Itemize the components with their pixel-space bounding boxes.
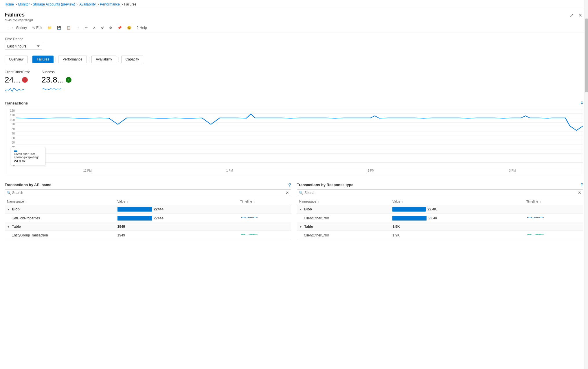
response-table-section: Transactions by Response type ⚲ 🔍 ✕ Name… bbox=[297, 182, 583, 240]
response-table-pin[interactable]: ⚲ bbox=[580, 182, 583, 187]
y-label-80: 80 bbox=[5, 127, 16, 131]
api-col-timeline[interactable]: Timeline ↕ bbox=[238, 198, 291, 205]
api-row-entity-timeline bbox=[238, 231, 291, 240]
refresh-button[interactable]: ↺ bbox=[99, 25, 106, 31]
breadcrumb-performance[interactable]: Performance bbox=[100, 2, 120, 6]
expand-icon-2[interactable]: ▼ bbox=[7, 225, 10, 228]
table-row: EntityGroupTransaction 1949 bbox=[5, 231, 291, 240]
y-label-110: 110 bbox=[5, 114, 16, 117]
response-table-title: Transactions by Response type bbox=[297, 183, 353, 187]
resp-row-client-ns: ClientOtherError bbox=[297, 214, 390, 223]
emoji-icon: 😊 bbox=[127, 26, 131, 30]
settings-button[interactable]: ⚙ bbox=[107, 25, 115, 31]
resp-row-client-value: 22.4K bbox=[390, 214, 524, 223]
tooltip-value: 24.37k bbox=[14, 159, 42, 163]
emoji-button[interactable]: 😊 bbox=[125, 25, 134, 31]
resp-row-table-timeline bbox=[524, 223, 583, 231]
response-search-clear[interactable]: ✕ bbox=[578, 190, 581, 195]
api-search-clear[interactable]: ✕ bbox=[286, 190, 289, 195]
tab-capacity[interactable]: Capacity bbox=[121, 56, 144, 63]
resp-row-blob-value: 22.4K bbox=[390, 205, 524, 214]
tab-availability[interactable]: Availability bbox=[91, 56, 116, 63]
delete-button[interactable]: ✕ bbox=[91, 25, 98, 31]
resp-col-timeline[interactable]: Timeline ↕ bbox=[524, 198, 583, 205]
help-button[interactable]: ? Help bbox=[134, 25, 149, 31]
maximize-button[interactable]: ⤢ bbox=[568, 12, 574, 19]
help-icon: ? bbox=[137, 26, 139, 30]
page-subtitle: a64si75picsp2diag0 bbox=[5, 18, 33, 22]
api-table-header: Transactions by API name ⚲ bbox=[5, 182, 291, 187]
chart-header: Transactions ⚲ bbox=[5, 101, 583, 105]
table-row: ▼ Blob 22444 bbox=[5, 205, 291, 214]
title-bar: Failures a64si75picsp2diag0 ⤢ ✕ bbox=[0, 9, 588, 23]
breadcrumb-home[interactable]: Home bbox=[5, 2, 14, 6]
move-button[interactable]: ↔ bbox=[74, 25, 82, 31]
x-label-2pm: 2 PM bbox=[368, 169, 374, 172]
x-label-1pm: 1 PM bbox=[226, 169, 233, 172]
expand-icon-3[interactable]: ▼ bbox=[299, 208, 302, 211]
chart-pin-button[interactable]: ⚲ bbox=[580, 101, 583, 105]
api-getblob-bar bbox=[117, 216, 152, 221]
pin-button[interactable]: 📌 bbox=[115, 25, 124, 31]
save-icon: 💾 bbox=[57, 26, 61, 30]
y-label-60: 60 bbox=[5, 137, 16, 140]
tab-bar: Overview | Failures | Performance | Avai… bbox=[5, 56, 583, 63]
api-row-table-ns: ▼ Table bbox=[5, 223, 115, 231]
resp-blob-bar bbox=[392, 207, 426, 212]
page-title: Failures bbox=[5, 12, 33, 18]
resp-row-table-value: 1.9K bbox=[390, 223, 524, 231]
save-as-button[interactable]: 📋 bbox=[64, 25, 73, 31]
tooltip-indicator bbox=[14, 150, 17, 152]
tooltip-title: ClientOtherErrora64si75picsp2diag0 bbox=[14, 153, 42, 159]
y-label-70: 70 bbox=[5, 132, 16, 135]
tab-sep-3: | bbox=[89, 57, 90, 62]
api-row-getblob-ns: GetBlobProperties bbox=[5, 214, 115, 223]
scrollbar-thumb[interactable] bbox=[585, 19, 588, 92]
close-button[interactable]: ✕ bbox=[577, 12, 583, 19]
metrics-row: ClientOtherError 24... ! Success 23.8...… bbox=[5, 70, 583, 93]
expand-icon-4[interactable]: ▼ bbox=[299, 225, 302, 228]
folder-button[interactable]: 📁 bbox=[45, 25, 54, 31]
api-table-section: Transactions by API name ⚲ 🔍 ✕ Namespace… bbox=[5, 182, 291, 240]
pin-icon: 📌 bbox=[117, 26, 122, 30]
settings-icon: ⚙ bbox=[109, 26, 112, 30]
expand-icon[interactable]: ▼ bbox=[7, 208, 10, 211]
tab-failures[interactable]: Failures bbox=[32, 56, 54, 63]
breadcrumb-current: Failures bbox=[124, 2, 136, 6]
gallery-button[interactable]: ← ← Gallery bbox=[5, 25, 29, 31]
chart-x-axis: 12 PM 1 PM 2 PM 3 PM bbox=[16, 167, 583, 174]
api-row-entity-ns: EntityGroupTransaction bbox=[5, 231, 115, 240]
clone-button[interactable]: ✏ bbox=[82, 25, 90, 31]
metric-card-success: Success 23.8... ✓ bbox=[41, 70, 71, 93]
resp-row-blob-ns: ▼ Blob bbox=[297, 205, 390, 214]
api-col-value[interactable]: Value ↕ bbox=[115, 198, 238, 205]
tab-overview[interactable]: Overview bbox=[5, 56, 28, 63]
api-col-namespace[interactable]: Namespace ↕ bbox=[5, 198, 115, 205]
api-search-input[interactable] bbox=[12, 191, 284, 195]
metric-sparkline-error bbox=[5, 86, 30, 93]
table-row: ClientOtherError 1.9K bbox=[297, 231, 583, 240]
chart-section: Transactions ⚲ 120 110 100 90 80 70 60 5… bbox=[5, 101, 583, 174]
save-button[interactable]: 💾 bbox=[55, 25, 64, 31]
x-label-12pm: 12 PM bbox=[83, 169, 92, 172]
breadcrumb-monitor[interactable]: Monitor - Storage Accounts (preview) bbox=[18, 2, 75, 6]
time-range-select[interactable]: Last 30 minutes Last 1 hour Last 4 hours… bbox=[5, 43, 42, 50]
tab-sep-2: | bbox=[55, 57, 56, 62]
metric-value-row-error: 24... ! bbox=[5, 75, 30, 85]
response-search-input[interactable] bbox=[304, 191, 577, 195]
tab-performance[interactable]: Performance bbox=[58, 56, 87, 63]
resp-col-value[interactable]: Value ↕ bbox=[390, 198, 524, 205]
api-blob-bar bbox=[117, 207, 152, 212]
x-label-3pm: 3 PM bbox=[509, 169, 516, 172]
edit-button[interactable]: ✎ Edit bbox=[30, 25, 45, 31]
api-row-getblob-timeline bbox=[238, 214, 291, 223]
resp-col-namespace[interactable]: Namespace ↕ bbox=[297, 198, 390, 205]
table-row: GetBlobProperties 22444 bbox=[5, 214, 291, 223]
api-table-pin[interactable]: ⚲ bbox=[288, 182, 291, 187]
breadcrumb-availability[interactable]: Availability bbox=[79, 2, 95, 6]
toolbar: ← ← Gallery ✎ Edit 📁 💾 📋 ↔ ✏ ✕ ↺ ⚙ 📌 😊 ?… bbox=[0, 23, 588, 32]
resp-row-blob-timeline bbox=[524, 205, 583, 214]
resp-row-client2-value: 1.9K bbox=[390, 231, 524, 240]
y-label-120: 120 bbox=[5, 109, 16, 112]
tab-sep-1: | bbox=[30, 57, 31, 62]
